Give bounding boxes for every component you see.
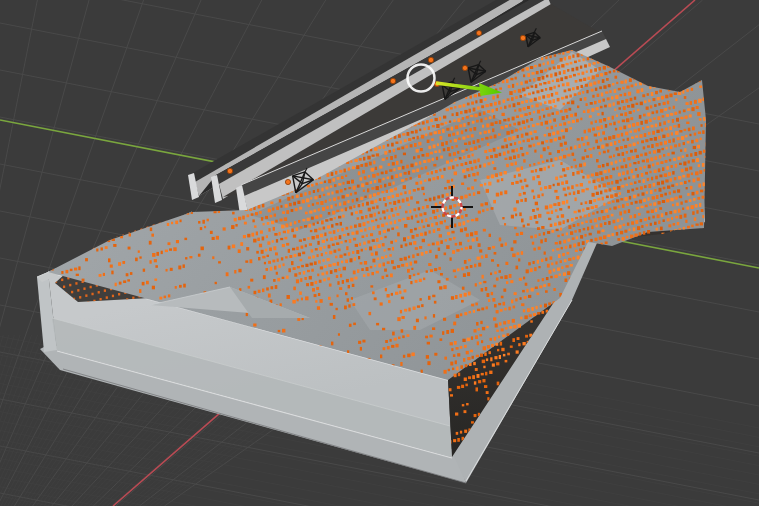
viewport-canvas[interactable]: [0, 0, 759, 506]
blender-3d-viewport[interactable]: [0, 0, 759, 506]
selected-vertex-point: [390, 78, 395, 83]
selected-vertex-point: [520, 35, 525, 40]
lamp-origin-point: [462, 65, 467, 70]
lamp-origin-point: [476, 30, 481, 35]
lamp-origin-point: [285, 179, 290, 184]
selected-vertex-point: [227, 168, 232, 173]
selected-vertex-point: [428, 57, 433, 62]
